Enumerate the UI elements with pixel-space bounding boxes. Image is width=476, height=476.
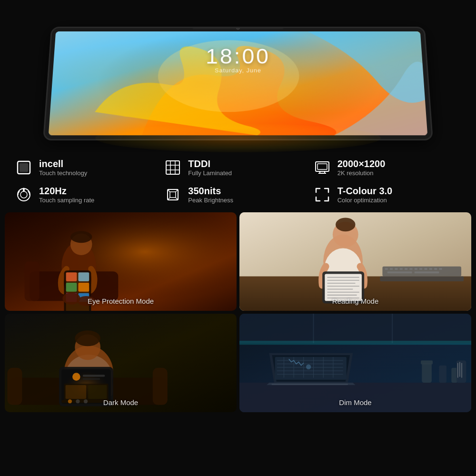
mode-dim-label: Dim Mode: [339, 398, 371, 407]
tablet-date: Saturday, June: [215, 67, 261, 74]
svg-point-83: [72, 373, 80, 381]
tablet-volume-up-button: [427, 67, 429, 76]
spec-brightness-title: 350nits: [188, 185, 233, 197]
spec-resolution-text: 2000×1200 2K resolution: [337, 158, 386, 178]
tablet-power-button: [426, 50, 428, 63]
svg-rect-53: [429, 268, 432, 270]
spec-refresh-title: 120Hz: [39, 185, 94, 197]
spec-resolution: 2000×1200 2K resolution: [313, 156, 462, 179]
eye-protection-scene: [5, 212, 237, 311]
grid-icon: [163, 158, 182, 177]
svg-rect-56: [387, 271, 412, 273]
svg-rect-32: [66, 272, 77, 281]
svg-rect-85: [83, 378, 100, 379]
tablet-volume-down-button: [428, 78, 430, 87]
spec-tddi-title: TDDI: [188, 158, 232, 169]
svg-rect-49: [409, 268, 412, 270]
tablet-top-bar: [192, 27, 284, 29]
tablet-glow: [95, 124, 381, 152]
square-icon: [14, 158, 33, 177]
spec-refresh-subtitle: Touch sampling rate: [39, 197, 94, 205]
svg-rect-11: [317, 164, 327, 169]
spec-tddi: TDDI Fully Laminated: [163, 156, 312, 179]
svg-rect-35: [78, 283, 89, 292]
svg-rect-84: [83, 375, 105, 377]
reading-scene: [239, 212, 471, 311]
svg-rect-48: [405, 268, 407, 270]
spec-incell: incell Touch technology: [14, 156, 163, 179]
svg-point-29: [70, 231, 92, 243]
spec-color: T-Colour 3.0 Color optimization: [313, 183, 462, 207]
cube-icon: [163, 185, 182, 204]
svg-rect-42: [382, 267, 461, 277]
svg-rect-5: [166, 161, 179, 174]
touch-icon: [14, 185, 33, 204]
svg-rect-47: [400, 268, 403, 270]
spec-incell-title: incell: [39, 158, 87, 169]
spec-color-text: T-Colour 3.0 Color optimization: [337, 185, 393, 205]
svg-rect-57: [415, 271, 439, 273]
spec-resolution-title: 2000×1200: [337, 158, 386, 169]
mode-dim: Dim Mode: [239, 314, 471, 412]
specs-grid: incell Touch technology TDDI Fully Lamin…: [14, 156, 462, 207]
svg-rect-45: [390, 268, 393, 270]
screen-icon: [313, 158, 332, 177]
svg-rect-74: [7, 368, 22, 405]
svg-rect-75: [153, 368, 168, 405]
spec-brightness-text: 350nits Peak Brightness: [188, 185, 233, 205]
spec-refresh-text: 120Hz Touch sampling rate: [39, 185, 94, 205]
svg-rect-88: [88, 385, 107, 399]
spec-brightness-subtitle: Peak Brightness: [188, 197, 233, 205]
svg-point-92: [84, 399, 88, 403]
svg-rect-52: [424, 268, 427, 270]
spec-incell-text: incell Touch technology: [39, 158, 87, 178]
svg-point-16: [20, 191, 27, 198]
svg-rect-87: [66, 385, 86, 399]
specs-section: incell Touch technology TDDI Fully Lamin…: [0, 152, 476, 212]
svg-rect-50: [415, 268, 417, 270]
svg-rect-33: [78, 272, 89, 281]
svg-rect-54: [434, 268, 437, 270]
mode-eye-protection-label: Eye Protection Mode: [88, 297, 154, 305]
mode-reading: Reading Mode: [239, 212, 471, 311]
svg-point-38: [62, 292, 80, 304]
svg-rect-94: [239, 383, 471, 412]
svg-rect-123: [272, 384, 348, 385]
spec-color-title: T-Colour 3.0: [337, 185, 393, 197]
mode-dark-label: Dark Mode: [103, 398, 138, 407]
svg-point-61: [336, 218, 355, 231]
dark-scene: [5, 314, 237, 412]
spec-tddi-subtitle: Fully Laminated: [188, 169, 232, 178]
svg-rect-43: [380, 276, 464, 281]
svg-rect-98: [239, 341, 471, 345]
svg-rect-4: [20, 164, 28, 171]
svg-rect-55: [439, 268, 442, 270]
mode-dark: Dark Mode: [5, 314, 237, 412]
svg-rect-99: [422, 363, 432, 382]
svg-rect-46: [395, 268, 397, 270]
tablet-section: 18:00 Saturday, June: [0, 0, 476, 152]
svg-rect-34: [66, 283, 77, 292]
spec-incell-subtitle: Touch technology: [39, 169, 87, 178]
spec-tddi-text: TDDI Fully Laminated: [188, 158, 232, 178]
modes-section: Eye Protection Mode: [0, 212, 476, 412]
svg-rect-44: [385, 268, 388, 270]
svg-rect-26: [25, 261, 40, 301]
svg-point-79: [75, 330, 100, 346]
tablet-wrapper: 18:00 Saturday, June: [43, 10, 433, 148]
svg-rect-101: [439, 365, 446, 382]
spec-refresh: 120Hz Touch sampling rate: [14, 183, 163, 207]
svg-point-121: [306, 364, 311, 369]
expand-icon: [313, 185, 332, 204]
tablet-time: 18:00: [206, 44, 270, 68]
tablet-screen: 18:00 Saturday, June: [49, 31, 427, 135]
svg-point-90: [68, 399, 72, 403]
mode-eye-protection: Eye Protection Mode: [5, 212, 237, 311]
svg-point-91: [76, 399, 79, 403]
spec-color-subtitle: Color optimization: [337, 197, 393, 205]
svg-rect-18: [170, 192, 176, 198]
svg-rect-100: [421, 360, 433, 364]
svg-rect-51: [419, 268, 422, 270]
spec-resolution-subtitle: 2K resolution: [337, 169, 386, 178]
svg-rect-95: [239, 314, 471, 343]
